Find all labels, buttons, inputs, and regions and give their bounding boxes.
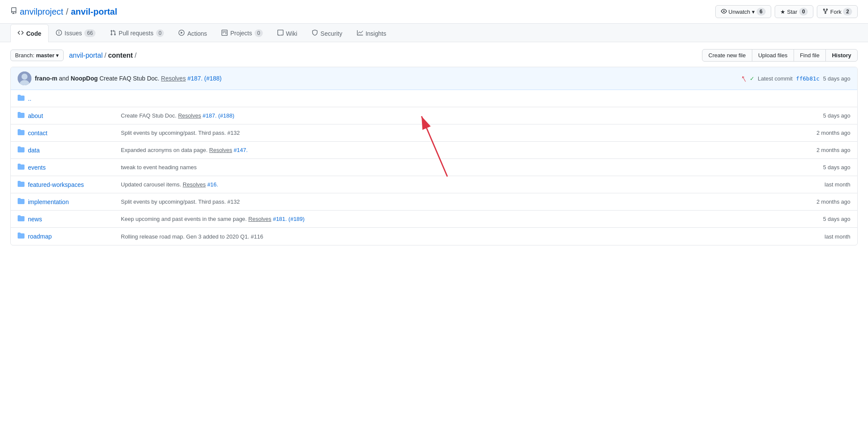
branch-label: Branch: — [15, 52, 34, 59]
tab-issues[interactable]: Issues 66 — [49, 24, 103, 42]
tab-projects[interactable]: Projects 0 — [214, 24, 270, 42]
file-name-events[interactable]: events — [28, 164, 114, 171]
latest-commit-label: Latest commit — [758, 75, 793, 82]
file-name-contact[interactable]: contact — [28, 130, 114, 136]
repo-name[interactable]: anvil-portal — [71, 7, 117, 17]
actions-icon — [179, 30, 185, 37]
file-name-implementation[interactable]: implementation — [28, 198, 114, 205]
file-name-roadmap[interactable]: roadmap — [28, 233, 114, 240]
parent-dir-link[interactable]: .. — [28, 95, 114, 102]
avatar-image — [18, 71, 31, 85]
commit-hash-link[interactable]: ff6b81c — [796, 75, 820, 82]
file-time: 2 months ago — [799, 147, 850, 153]
history-button[interactable]: History — [825, 49, 858, 62]
unwatch-count: 6 — [757, 8, 766, 16]
file-name-data[interactable]: data — [28, 147, 114, 154]
list-item: data Expanded acronyms on data page. Res… — [11, 142, 857, 159]
code-icon — [18, 30, 24, 37]
commit-author1-link[interactable]: frano-m — [35, 75, 57, 82]
breadcrumb-sep1: / — [105, 52, 106, 59]
file-commit-msg: Split events by upcoming/past. Third pas… — [114, 130, 799, 136]
file-commit-msg: Updated carousel items. Resolves #16. — [114, 181, 799, 188]
branch-selector[interactable]: Branch: master ▾ — [10, 50, 64, 61]
list-item: featured-workspaces Updated carousel ite… — [11, 176, 857, 193]
tab-code[interactable]: Code — [10, 24, 49, 42]
repo-title: anvilproject / anvil-portal — [10, 7, 117, 17]
folder-icon — [18, 146, 25, 155]
create-new-file-button[interactable]: Create new file — [702, 49, 752, 62]
file-commit-msg: Create FAQ Stub Doc. Resolves #187. (#18… — [114, 112, 799, 119]
file-commit-msg: Expanded acronyms on data page. Resolves… — [114, 147, 799, 153]
file-commit-msg: Keep upcoming and past events in the sam… — [114, 216, 799, 222]
tab-pull-requests[interactable]: Pull requests 0 — [103, 24, 172, 42]
unwatch-button[interactable]: Unwatch ▾ 6 — [715, 5, 771, 18]
file-time: 5 days ago — [799, 216, 850, 222]
list-item: contact Split events by upcoming/past. T… — [11, 124, 857, 142]
file-name-about[interactable]: about — [28, 112, 114, 119]
branch-name: master — [36, 52, 55, 59]
file-commit-msg: Rolling release road map. Gen 3 added to… — [114, 233, 799, 240]
file-commit-msg: tweak to event heading names — [114, 164, 799, 171]
breadcrumb-repo[interactable]: anvil-portal — [69, 52, 102, 59]
issues-icon — [56, 30, 62, 37]
file-name-news[interactable]: news — [28, 216, 114, 223]
breadcrumb-row: Branch: master ▾ anvil-portal / content … — [10, 49, 858, 62]
tab-security[interactable]: Security — [305, 24, 350, 42]
commit-text: Create FAQ Stub Doc. — [99, 75, 161, 82]
list-item: news Keep upcoming and past events in th… — [11, 211, 857, 228]
org-name[interactable]: anvilproject — [20, 7, 63, 17]
breadcrumb: anvil-portal / content / — [69, 52, 136, 59]
pr-link[interactable]: (#188) — [218, 112, 234, 119]
content-area: Branch: master ▾ anvil-portal / content … — [0, 42, 868, 252]
commit-and-text: and — [59, 75, 71, 82]
star-label: Star — [787, 9, 797, 15]
star-button[interactable]: ★ Star 0 — [775, 5, 814, 18]
list-item: events tweak to event heading names 5 da… — [11, 159, 857, 176]
fork-button[interactable]: Fork 2 — [817, 5, 858, 18]
commit-time: 5 days ago — [823, 75, 850, 82]
file-table: frano-m and NoopDog Create FAQ Stub Doc.… — [10, 67, 858, 245]
tab-insights-label: Insights — [366, 30, 386, 37]
page-header: anvilproject / anvil-portal Unwatch ▾ 6 … — [0, 0, 868, 24]
tab-actions[interactable]: Actions — [171, 24, 214, 42]
folder-icon — [18, 129, 25, 137]
upload-files-button[interactable]: Upload files — [752, 49, 794, 62]
find-file-button[interactable]: Find file — [794, 49, 826, 62]
folder-icon — [18, 215, 25, 223]
tab-actions-label: Actions — [187, 30, 207, 37]
commit-author-info: frano-m and NoopDog Create FAQ Stub Doc.… — [18, 71, 222, 85]
fork-count: 2 — [843, 8, 852, 16]
folder-icon — [18, 180, 25, 189]
issue-link[interactable]: #147. — [234, 147, 248, 153]
pr-link[interactable]: (#189) — [289, 216, 305, 222]
commit-issue-link1[interactable]: #187. — [188, 75, 203, 82]
unwatch-chevron: ▾ — [752, 9, 755, 15]
commit-author2-link[interactable]: NoopDog — [71, 75, 98, 82]
file-time: 5 days ago — [799, 164, 850, 171]
tab-wiki-label: Wiki — [286, 30, 297, 37]
commit-header: frano-m and NoopDog Create FAQ Stub Doc.… — [11, 67, 857, 90]
issue-link[interactable]: #16. — [207, 181, 218, 188]
title-separator: / — [66, 7, 68, 17]
tab-insights[interactable]: Insights — [350, 24, 394, 42]
folder-icon — [18, 232, 25, 241]
branch-breadcrumb-group: Branch: master ▾ anvil-portal / content … — [10, 50, 136, 61]
pull-requests-badge: 0 — [156, 29, 164, 37]
issue-link[interactable]: #181. — [273, 216, 287, 222]
folder-icon — [18, 198, 25, 206]
arrow-annotation: ↑ — [738, 72, 748, 85]
folder-icon — [18, 94, 25, 103]
check-icon: ✓ — [750, 75, 754, 82]
eye-icon — [721, 8, 727, 16]
file-time: last month — [799, 233, 850, 240]
commit-pr-link[interactable]: (#188) — [204, 75, 222, 82]
tab-wiki[interactable]: Wiki — [270, 24, 305, 42]
file-name-featured-workspaces[interactable]: featured-workspaces — [28, 181, 114, 188]
breadcrumb-sep2: / — [135, 52, 136, 59]
tab-projects-label: Projects — [230, 30, 252, 37]
issue-link[interactable]: #187. — [203, 112, 217, 119]
star-icon: ★ — [780, 9, 785, 15]
folder-icon — [18, 112, 25, 120]
fork-label: Fork — [830, 9, 841, 15]
tab-pull-requests-label: Pull requests — [119, 30, 154, 37]
